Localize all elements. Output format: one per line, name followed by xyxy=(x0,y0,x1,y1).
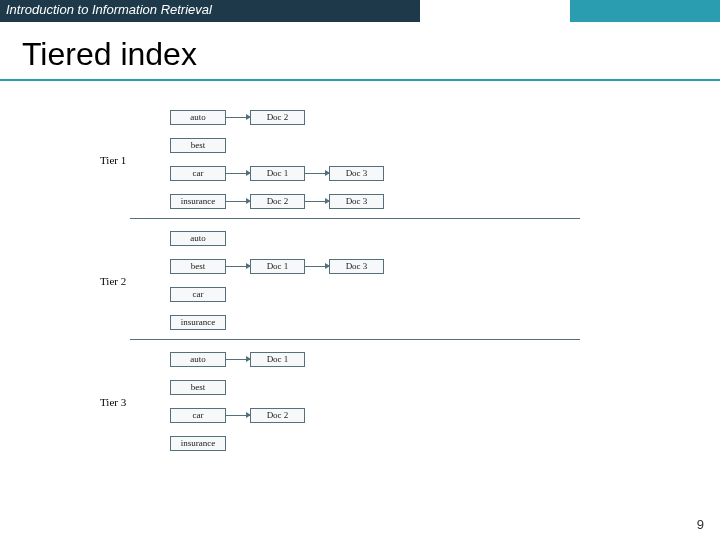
posting-link: Doc 2 xyxy=(226,408,305,423)
slide: Introduction to Information Retrieval Ti… xyxy=(0,0,720,540)
term-box: car xyxy=(170,166,226,181)
term-box: auto xyxy=(170,110,226,125)
course-title: Introduction to Information Retrieval xyxy=(0,0,420,22)
tier-block: Tier 2autobestDoc 1Doc 3carinsurance xyxy=(100,227,620,333)
tier-label: Tier 2 xyxy=(100,275,126,287)
tier-label: Tier 3 xyxy=(100,396,126,408)
term-box: car xyxy=(170,287,226,302)
page-number: 9 xyxy=(697,517,704,532)
arrow-icon xyxy=(226,266,250,267)
tier-divider xyxy=(130,339,580,340)
posting-row: carDoc 2 xyxy=(170,404,620,426)
term-box: insurance xyxy=(170,436,226,451)
tier-rows: autoDoc 2bestcarDoc 1Doc 3insuranceDoc 2… xyxy=(170,106,620,212)
header-gap xyxy=(420,0,570,22)
arrow-icon xyxy=(226,173,250,174)
header-accent xyxy=(570,0,720,22)
arrow-icon xyxy=(305,266,329,267)
arrow-icon xyxy=(226,117,250,118)
posting-link: Doc 1 xyxy=(226,166,305,181)
posting-link: Doc 3 xyxy=(305,259,384,274)
term-box: insurance xyxy=(170,194,226,209)
posting-link: Doc 2 xyxy=(226,110,305,125)
arrow-icon xyxy=(305,173,329,174)
doc-box: Doc 2 xyxy=(250,110,305,125)
posting-row: best xyxy=(170,134,620,156)
slide-title: Tiered index xyxy=(0,22,720,79)
term-box: car xyxy=(170,408,226,423)
posting-row: best xyxy=(170,376,620,398)
doc-box: Doc 3 xyxy=(329,259,384,274)
arrow-icon xyxy=(305,201,329,202)
doc-box: Doc 1 xyxy=(250,166,305,181)
slide-header: Introduction to Information Retrieval xyxy=(0,0,720,22)
posting-row: autoDoc 2 xyxy=(170,106,620,128)
posting-row: insurance xyxy=(170,432,620,454)
tier-block: Tier 1autoDoc 2bestcarDoc 1Doc 3insuranc… xyxy=(100,106,620,212)
posting-link: Doc 1 xyxy=(226,259,305,274)
tier-label: Tier 1 xyxy=(100,154,126,166)
title-underline xyxy=(0,79,720,81)
posting-row: insurance xyxy=(170,311,620,333)
posting-row: auto xyxy=(170,227,620,249)
doc-box: Doc 1 xyxy=(250,259,305,274)
arrow-icon xyxy=(226,415,250,416)
doc-box: Doc 3 xyxy=(329,166,384,181)
doc-box: Doc 1 xyxy=(250,352,305,367)
posting-link: Doc 3 xyxy=(305,166,384,181)
tiered-index-diagram: Tier 1autoDoc 2bestcarDoc 1Doc 3insuranc… xyxy=(100,106,620,460)
posting-row: autoDoc 1 xyxy=(170,348,620,370)
posting-link: Doc 1 xyxy=(226,352,305,367)
posting-link: Doc 2 xyxy=(226,194,305,209)
posting-row: carDoc 1Doc 3 xyxy=(170,162,620,184)
tier-rows: autoDoc 1bestcarDoc 2insurance xyxy=(170,348,620,454)
tier-divider xyxy=(130,218,580,219)
posting-link: Doc 3 xyxy=(305,194,384,209)
doc-box: Doc 2 xyxy=(250,194,305,209)
arrow-icon xyxy=(226,359,250,360)
doc-box: Doc 3 xyxy=(329,194,384,209)
term-box: best xyxy=(170,259,226,274)
tier-block: Tier 3autoDoc 1bestcarDoc 2insurance xyxy=(100,348,620,454)
term-box: best xyxy=(170,138,226,153)
posting-row: bestDoc 1Doc 3 xyxy=(170,255,620,277)
term-box: auto xyxy=(170,352,226,367)
doc-box: Doc 2 xyxy=(250,408,305,423)
arrow-icon xyxy=(226,201,250,202)
posting-row: car xyxy=(170,283,620,305)
term-box: best xyxy=(170,380,226,395)
term-box: auto xyxy=(170,231,226,246)
posting-row: insuranceDoc 2Doc 3 xyxy=(170,190,620,212)
term-box: insurance xyxy=(170,315,226,330)
tier-rows: autobestDoc 1Doc 3carinsurance xyxy=(170,227,620,333)
